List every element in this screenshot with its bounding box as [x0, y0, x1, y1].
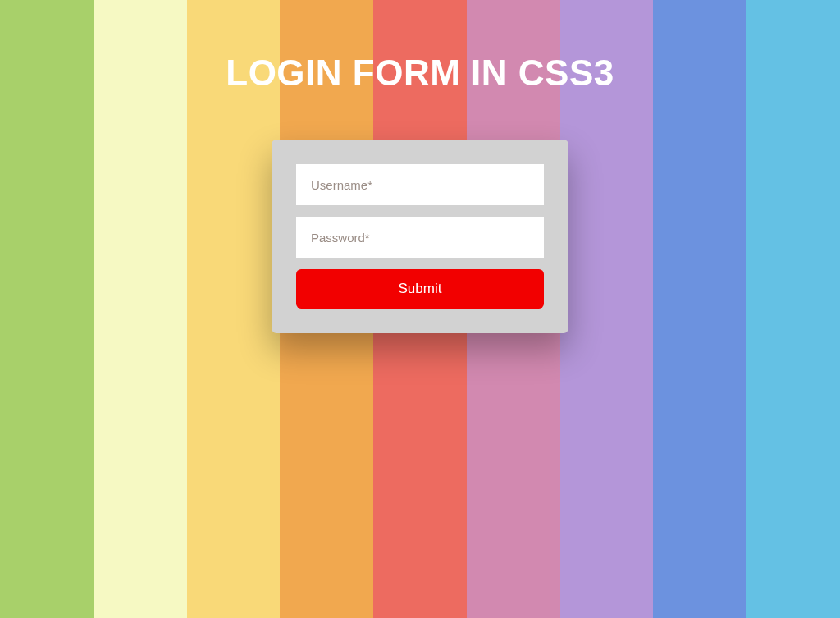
- submit-button[interactable]: Submit: [296, 269, 544, 309]
- login-form: Submit: [272, 140, 568, 333]
- username-input[interactable]: [296, 164, 544, 205]
- content-container: LOGIN FORM IN CSS3 Submit: [0, 0, 840, 333]
- page-title: LOGIN FORM IN CSS3: [226, 53, 614, 94]
- password-input[interactable]: [296, 217, 544, 258]
